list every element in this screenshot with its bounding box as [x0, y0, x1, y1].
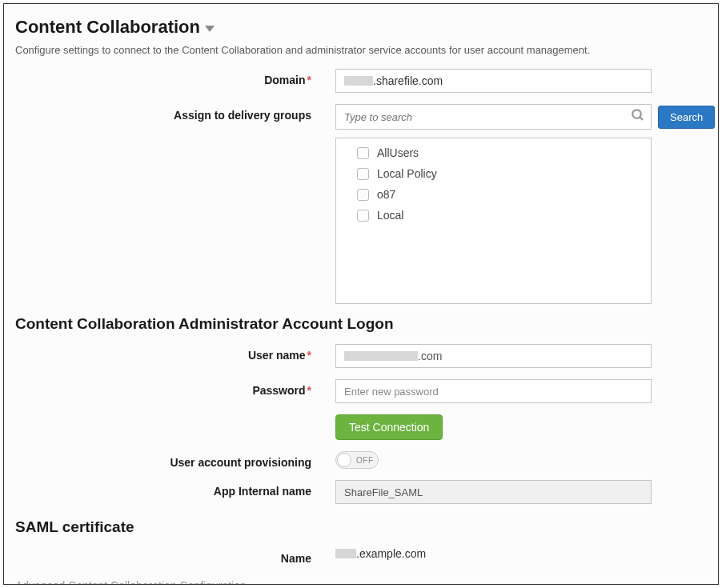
delivery-groups-listbox[interactable]: AllUsers Local Policy o87 Local [335, 138, 652, 304]
provisioning-toggle[interactable]: OFF [335, 451, 379, 469]
test-connection-row: Test Connection [15, 414, 707, 440]
domain-label-text: Domain [264, 74, 305, 86]
checkbox[interactable] [357, 189, 369, 201]
app-internal-row: App Internal name [15, 480, 707, 504]
list-item[interactable]: AllUsers [357, 146, 630, 159]
password-label: Password* [15, 379, 335, 397]
domain-row: Domain* .sharefile.com [15, 69, 707, 93]
username-suffix: .com [418, 350, 442, 362]
page-title-row[interactable]: Content Collaboration [15, 17, 707, 38]
assign-groups-row: Assign to delivery groups Search [15, 104, 707, 130]
chevron-down-icon [205, 26, 215, 32]
list-item-label: Local Policy [377, 167, 437, 180]
domain-input[interactable]: .sharefile.com [335, 69, 652, 93]
saml-name-suffix: .example.com [356, 547, 426, 560]
list-item[interactable]: Local Policy [357, 167, 630, 180]
page-description: Configure settings to connect to the Con… [15, 44, 707, 56]
saml-heading: SAML certificate [15, 518, 707, 536]
svg-point-0 [632, 110, 641, 118]
required-marker: * [307, 384, 311, 397]
username-label: User name* [15, 344, 335, 362]
list-item-label: o87 [377, 188, 395, 201]
saml-name-label: Name [15, 547, 335, 565]
assign-groups-label: Assign to delivery groups [15, 104, 335, 122]
search-icon [631, 108, 645, 126]
redacted-value [344, 76, 373, 86]
list-item[interactable]: o87 [357, 188, 630, 201]
redacted-value [335, 549, 356, 558]
username-label-text: User name [248, 349, 306, 362]
page-title: Content Collaboration [15, 17, 200, 38]
checkbox[interactable] [357, 147, 369, 159]
group-search-input[interactable] [335, 104, 652, 130]
search-button[interactable]: Search [658, 106, 715, 129]
content-collaboration-panel: Content Collaboration Configure settings… [3, 3, 719, 585]
required-marker: * [307, 349, 311, 362]
username-row: User name* .com [15, 344, 707, 368]
provisioning-label: User account provisioning [15, 451, 335, 469]
domain-label: Domain* [15, 69, 335, 86]
provisioning-row: User account provisioning OFF [15, 451, 707, 469]
domain-suffix: .sharefile.com [373, 74, 443, 87]
groups-list-row: AllUsers Local Policy o87 Local [15, 138, 707, 304]
list-item-label: AllUsers [377, 146, 419, 159]
checkbox[interactable] [357, 168, 369, 180]
required-marker: * [307, 74, 311, 86]
toggle-state-label: OFF [356, 456, 374, 465]
test-connection-button[interactable]: Test Connection [335, 414, 443, 440]
checkbox[interactable] [357, 210, 369, 222]
admin-logon-heading: Content Collaboration Administrator Acco… [15, 315, 707, 333]
app-internal-label: App Internal name [15, 480, 335, 498]
list-item[interactable]: Local [357, 209, 630, 222]
saml-name-row: Name .example.com [15, 547, 707, 565]
password-input[interactable] [335, 379, 652, 403]
redacted-value [344, 351, 418, 361]
password-row: Password* [15, 379, 707, 403]
advanced-config-link[interactable]: Advanced Content Collaboration Configura… [15, 579, 707, 585]
username-input[interactable]: .com [335, 344, 652, 368]
password-label-text: Password [252, 384, 305, 397]
list-item-label: Local [377, 209, 403, 222]
group-search-wrap [335, 104, 652, 130]
saml-name-value: .example.com [335, 547, 426, 560]
svg-line-1 [640, 117, 643, 120]
toggle-knob [337, 453, 351, 467]
app-internal-input [335, 480, 652, 504]
